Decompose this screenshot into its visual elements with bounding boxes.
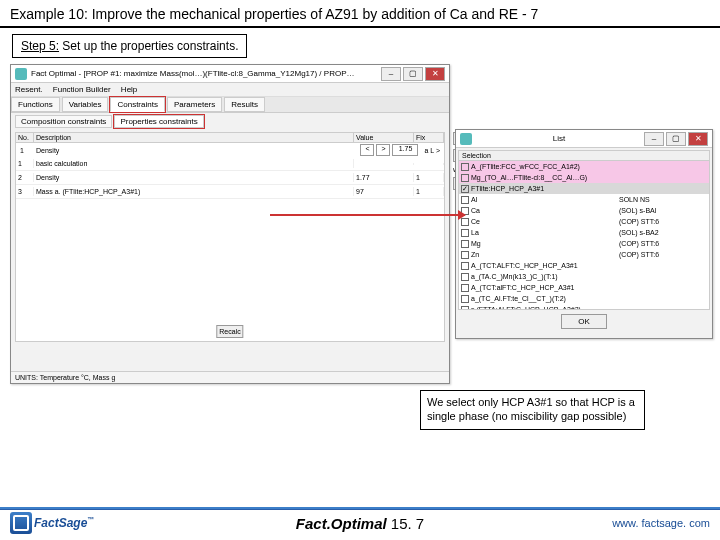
logo-icon xyxy=(10,512,32,534)
col-fix: Fix xyxy=(414,133,444,142)
close-button[interactable]: ✕ xyxy=(425,67,445,81)
list-title: List xyxy=(476,134,642,143)
subtab-composition[interactable]: Composition constraints xyxy=(15,115,112,128)
constraints-grid: No. Description Value Fix 1 Density < > … xyxy=(15,132,445,342)
recalc-button[interactable]: Recalc xyxy=(216,325,243,338)
window-titlebar[interactable]: Fact Optimal - [PROP #1: maximize Mass(m… xyxy=(11,65,449,83)
factoptimal-window: Fact Optimal - [PROP #1: maximize Mass(m… xyxy=(10,64,450,384)
list-item-label: Mg_(TO_Al…FTlite-cl:8__CC_Al…G) xyxy=(471,174,587,181)
subtabs: Composition constraints Properties const… xyxy=(11,113,449,130)
list-item-label: A_(TCT:alFT:C_HCP_HCP_A3#1 xyxy=(471,284,574,291)
footer-center: Fact.Optimal 15. 7 xyxy=(296,515,424,532)
tab-constraints[interactable]: Constraints xyxy=(110,97,164,112)
relation-row: 1 Density < > 1.75 a L > xyxy=(16,143,444,157)
list-item-label: Ce xyxy=(471,218,480,225)
list-item-label: a_(TA.C_)Mn(k13_)C_)(T:1) xyxy=(471,273,558,280)
rel-value[interactable]: 1.75 xyxy=(392,144,418,156)
list-item-col2: SOLN NS xyxy=(619,196,650,203)
list-item[interactable]: Ca(SOL) s-BAl xyxy=(459,205,709,216)
close-button[interactable]: ✕ xyxy=(688,132,708,146)
list-item[interactable]: A_(TCT:ALFT:C_HCP_HCP_A3#1 xyxy=(459,260,709,271)
list-item[interactable]: Zn(COP) STT:6 xyxy=(459,249,709,260)
table-row[interactable]: 2 Density 1.77 1 xyxy=(16,171,444,185)
table-row[interactable]: 1 basic calculation xyxy=(16,157,444,171)
menu-recent[interactable]: Resent. xyxy=(15,85,43,94)
list-item[interactable]: Mg_(TO_Al…FTlite-cl:8__CC_Al…G) xyxy=(459,172,709,183)
list-item[interactable]: a_(TA.C_)Mn(k13_)C_)(T:1) xyxy=(459,271,709,282)
grid-header: No. Description Value Fix xyxy=(16,133,444,143)
checkbox[interactable] xyxy=(461,295,469,303)
checkbox[interactable] xyxy=(461,240,469,248)
list-item-label: Al xyxy=(471,196,477,203)
callout-arrow xyxy=(270,214,465,216)
menubar: Resent. Function Builder Help xyxy=(11,83,449,97)
list-titlebar[interactable]: List – ▢ ✕ xyxy=(456,130,712,148)
col-no: No. xyxy=(16,133,34,142)
list-item-label: Zn xyxy=(471,251,479,258)
col-value: Value xyxy=(354,133,414,142)
list-item-col2: (COP) STT:6 xyxy=(619,240,659,247)
rel-gt[interactable]: > xyxy=(376,144,390,156)
tab-parameters[interactable]: Parameters xyxy=(167,97,222,112)
window-title: Fact Optimal - [PROP #1: maximize Mass(m… xyxy=(31,69,354,78)
checkbox[interactable] xyxy=(461,229,469,237)
list-item[interactable]: s (FTTA:ALFT:C_HCP_HCP_A3#2) xyxy=(459,304,709,310)
menu-help[interactable]: Help xyxy=(121,85,137,94)
list-item-label: A_(FTlite:FCC_wFCC_FCC_A1#2) xyxy=(471,163,580,170)
list-item-col2: (SOL) s-BAl xyxy=(619,207,656,214)
step-label: Step 5: xyxy=(21,39,59,53)
list-item[interactable]: A_(FTlite:FCC_wFCC_FCC_A1#2) xyxy=(459,161,709,172)
list-item-label: La xyxy=(471,229,479,236)
checkbox[interactable] xyxy=(461,174,469,182)
checkbox[interactable] xyxy=(461,251,469,259)
checkbox[interactable] xyxy=(461,273,469,281)
logo-text: FactSage™ xyxy=(34,516,94,530)
list-item[interactable]: La(SOL) s-BA2 xyxy=(459,227,709,238)
main-area: Fact Optimal - [PROP #1: maximize Mass(m… xyxy=(0,64,720,404)
rel-desc: Density xyxy=(36,147,358,154)
list-item[interactable]: Mg(COP) STT:6 xyxy=(459,238,709,249)
step-text: Set up the properties constraints. xyxy=(59,39,238,53)
checkbox[interactable] xyxy=(461,163,469,171)
list-item[interactable]: A_(TCT:alFT:C_HCP_HCP_A3#1 xyxy=(459,282,709,293)
rel-extra: a L > xyxy=(424,147,440,154)
minimize-button[interactable]: – xyxy=(381,67,401,81)
step-box: Step 5: Set up the properties constraint… xyxy=(12,34,247,58)
menu-function-builder[interactable]: Function Builder xyxy=(53,85,111,94)
ok-button[interactable]: OK xyxy=(561,314,607,329)
list-header: Selection xyxy=(459,151,709,161)
maximize-button[interactable]: ▢ xyxy=(403,67,423,81)
tab-variables[interactable]: Variables xyxy=(62,97,109,112)
list-item-label: a_(TC_Al.FT:te_Cl__CT_)(T:2) xyxy=(471,295,566,302)
rel-lt[interactable]: < xyxy=(360,144,374,156)
checkbox[interactable] xyxy=(461,284,469,292)
list-item-label: s (FTTA:ALFT:C_HCP_HCP_A3#2) xyxy=(471,306,581,310)
list-item[interactable]: a_(TC_Al.FT:te_Cl__CT_)(T:2) xyxy=(459,293,709,304)
maximize-button[interactable]: ▢ xyxy=(666,132,686,146)
app-icon xyxy=(460,133,472,145)
list-item-col2: (SOL) s-BA2 xyxy=(619,229,659,236)
list-window: List – ▢ ✕ Selection A_(FTlite:FCC_wFCC_… xyxy=(455,129,713,339)
col-desc: Description xyxy=(34,133,354,142)
list-item-label: A_(TCT:ALFT:C_HCP_HCP_A3#1 xyxy=(471,262,578,269)
logo: FactSage™ xyxy=(10,512,94,534)
table-row[interactable]: 3 Mass a. (FTlite:HCP_HCP_A3#1) 97 1 xyxy=(16,185,444,199)
checkbox[interactable] xyxy=(461,262,469,270)
minimize-button[interactable]: – xyxy=(644,132,664,146)
list-item-col2: (COP) STT:6 xyxy=(619,218,659,225)
subtab-properties[interactable]: Properties constraints xyxy=(114,115,203,128)
footer: FactSage™ Fact.Optimal 15. 7 www. factsa… xyxy=(0,509,720,536)
tabs: Functions Variables Constraints Paramete… xyxy=(11,97,449,113)
checkbox[interactable]: ✓ xyxy=(461,185,469,193)
tab-functions[interactable]: Functions xyxy=(11,97,60,112)
ok-row: OK xyxy=(456,312,712,329)
app-icon xyxy=(15,68,27,80)
list-item[interactable]: ✓FTlite:HCP_HCP_A3#1 xyxy=(459,183,709,194)
list-item[interactable]: AlSOLN NS xyxy=(459,194,709,205)
list-item[interactable]: Ce(COP) STT:6 xyxy=(459,216,709,227)
checkbox[interactable] xyxy=(461,306,469,311)
list-body: Selection A_(FTlite:FCC_wFCC_FCC_A1#2)Mg… xyxy=(458,150,710,310)
status-bar: UNITS: Temperature °C, Mass g xyxy=(11,371,449,383)
tab-results[interactable]: Results xyxy=(224,97,265,112)
checkbox[interactable] xyxy=(461,196,469,204)
